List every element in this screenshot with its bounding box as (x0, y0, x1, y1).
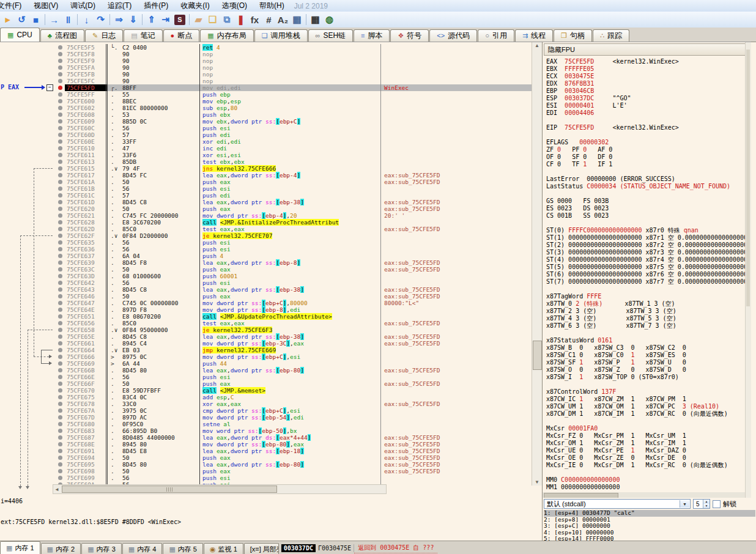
instruction-dot-icon[interactable] (58, 462, 62, 467)
collapse-function-toggle[interactable]: − (46, 84, 53, 91)
instruction-dot-icon[interactable] (58, 173, 62, 177)
instruction-dot-icon[interactable] (58, 99, 62, 103)
address-cell[interactable]: 75CFE669 (65, 360, 108, 367)
register-line[interactable]: x87CW_DM 1 x87CW_IM 1 x87CW_RC 0 (向最近偶数) (546, 410, 750, 418)
instruction-cell[interactable]: je kernel32.75CFE707 (199, 232, 380, 239)
bottom-tab-内存 2[interactable]: ▦内存 2 (41, 543, 81, 554)
instruction-dot-icon[interactable] (58, 153, 62, 157)
address-cell[interactable]: 75CFE65E (65, 333, 108, 340)
address-cell[interactable]: 75CFE63C (65, 266, 108, 273)
register-line[interactable]: LastError 00000000 (ERROR_SUCCESS) (546, 175, 750, 183)
instruction-cell[interactable]: push eax (199, 293, 380, 300)
disasm-row[interactable]: 75CFE635.56push esi (55, 239, 532, 246)
tab-线程[interactable]: ⇉线程 (515, 29, 553, 42)
address-cell[interactable]: 75CFE61D (65, 199, 108, 205)
instruction-cell[interactable]: test eax,eax (199, 226, 380, 232)
register-line[interactable]: EDX 876F8B31 (546, 80, 750, 87)
register-line[interactable]: EAX 75CFE5FD <kernel32.WinExec> (546, 58, 750, 65)
address-cell[interactable]: 75CFE60C (65, 125, 108, 131)
address-cell[interactable]: 75CFE5FC (65, 78, 108, 84)
disasm-row[interactable]: 75CFE615.∨79 4Fjns kernel32.75CFE666 (55, 165, 532, 172)
tab-断点[interactable]: ●断点 (163, 29, 200, 42)
instruction-cell[interactable]: push 44 (199, 360, 380, 367)
disasm-row[interactable]: 75CFE5FB90nop (55, 71, 532, 78)
tab-内存布局[interactable]: ▦内存布局 (200, 29, 253, 42)
register-line[interactable] (546, 286, 750, 293)
disasm-row[interactable]: 75CFE62D.85C0test eax,eaxeax:sub_75CFE5F… (55, 226, 532, 232)
register-line[interactable]: ES 0023 DS 0023 (546, 205, 750, 212)
disasm-row[interactable]: 75CFE628.E8 3C670200call <JMP.&Initializ… (55, 219, 532, 226)
disasm-row[interactable]: 75CFE66E.56push esi (55, 374, 532, 380)
disasm-row[interactable]: 75CFE613.85DBtest ebx,ebx (55, 158, 532, 165)
address-cell[interactable]: 75CFE642 (65, 279, 108, 286)
instruction-cell[interactable]: jmp kernel32.75CFE669 (199, 347, 380, 353)
disasm-row[interactable]: 75CFE68E.8945 80mov dword ptr ss:[ebp-80… (55, 441, 532, 448)
address-cell[interactable]: 75CFE602 (65, 105, 108, 111)
address-cell[interactable]: 75CFE67D (65, 414, 108, 421)
register-line[interactable]: MxCsr_IE 0 MxCsr_DM 1 MxCsr_RC 0 (向最近偶数) (546, 462, 750, 469)
comments-icon[interactable]: ❏ (206, 13, 220, 26)
disasm-row[interactable]: 75CFE61C.57push edi (55, 192, 532, 199)
disasm-row[interactable]: 75CFE661.8945 C4mov dword ptr ss:[ebp-3C… (55, 340, 532, 347)
address-cell[interactable]: 75CFE5FA (65, 64, 108, 71)
bottom-tab-[x=] 局部变量[interactable]: [x=] 局部变量 (244, 543, 279, 554)
instruction-dot-icon[interactable] (58, 92, 62, 97)
disasm-row[interactable]: 75CFE67A.3975 0Ccmp dword ptr ss:[ebp+C]… (55, 407, 532, 414)
disasm-row[interactable]: 75CFE656.85C0test eax,eaxeax:sub_75CFE5F… (55, 320, 532, 327)
breakpoint-icon[interactable] (58, 86, 62, 90)
instruction-cell[interactable]: add esp,C (199, 394, 380, 401)
instruction-dot-icon[interactable] (58, 133, 62, 137)
register-line[interactable]: ST(7) 00000000000000000000 x87r7 空 0.000… (546, 278, 750, 286)
disassembly-vertical-scrollbar[interactable]: ▲ ▼ (532, 42, 542, 486)
tab-跟踪[interactable]: ∴跟踪 (593, 29, 629, 42)
scrollbar-thumb[interactable] (533, 341, 542, 370)
argument-row[interactable]: 1: [esp+4] 0030477D "calc" (544, 510, 755, 517)
instruction-dot-icon[interactable] (58, 65, 62, 70)
disasm-row[interactable]: 75CFE698.50push eaxeax:sub_75CFE5FD (55, 468, 532, 475)
disasm-row[interactable]: 75CFE683.66:895D B0mov word ptr ss:[ebp-… (55, 427, 532, 434)
address-cell[interactable]: 75CFE621 (65, 212, 108, 219)
address-cell[interactable]: 75CFE5FD (65, 84, 108, 91)
disasm-row[interactable]: 75CFE5FD┌.8BFFmov edi,ediWinExec (55, 84, 532, 91)
register-line[interactable]: ST(0) FFFFC000000000000000 x87r0 特殊 qnan (546, 227, 750, 234)
disasm-row[interactable]: 75CFE66F.50push eaxeax:sub_75CFE5FD (55, 380, 532, 387)
disasm-row[interactable]: 75CFE669>6A 44push 44 (55, 360, 532, 367)
address-cell[interactable]: 75CFE66F (65, 380, 108, 387)
instruction-cell[interactable]: lea eax,dword ptr ss:[ebp-80] (199, 461, 380, 468)
register-line[interactable]: x87SW_O 0 x87SW_Z 0 x87SW_D 0 (546, 366, 750, 374)
instruction-dot-icon[interactable] (58, 146, 62, 150)
instruction-dot-icon[interactable] (58, 375, 62, 379)
instruction-cell[interactable]: push esi (199, 239, 380, 246)
register-line[interactable]: MM1 0000000000000000 (546, 484, 750, 491)
address-cell[interactable]: 75CFE664 (65, 347, 108, 353)
disasm-row[interactable]: 75CFE62F.∨0F84 D2000000je kernel32.75CFE… (55, 232, 532, 239)
address-cell[interactable]: 75CFE651 (65, 313, 108, 320)
open-file-icon[interactable]: ▸ (1, 13, 15, 26)
instruction-cell[interactable]: lea eax,dword ptr ss:[ebp-38] (199, 286, 380, 293)
address-cell[interactable]: 75CFE694 (65, 454, 108, 461)
tab-流程图[interactable]: ♣流程图 (40, 29, 84, 42)
instruction-dot-icon[interactable] (58, 341, 62, 345)
instruction-cell[interactable]: lea eax,dword ptr ss:[ebp-38] (199, 333, 380, 340)
instruction-dot-icon[interactable] (58, 469, 62, 473)
address-cell[interactable]: 75CFE61B (65, 185, 108, 192)
instruction-dot-icon[interactable] (58, 294, 62, 298)
instruction-dot-icon[interactable] (58, 45, 62, 50)
bottom-tab-内存 5[interactable]: ▦内存 5 (163, 543, 203, 554)
register-line[interactable] (546, 418, 750, 425)
stack-return-value[interactable]: Γ0030475E (316, 544, 354, 552)
instruction-cell[interactable]: push esi (199, 246, 380, 253)
register-line[interactable]: x87TW_4 3 (空) x87TW_5 3 (空) (546, 315, 750, 322)
instruction-cell[interactable]: push eax (199, 179, 380, 185)
address-cell[interactable]: 75CFE5F5 (65, 44, 108, 51)
address-cell[interactable]: 75CFE600 (65, 98, 108, 105)
disasm-row[interactable]: 75CFE691.8D45 E8lea eax,dword ptr ss:[eb… (55, 448, 532, 454)
scroll-down-icon[interactable]: ▼ (535, 479, 539, 485)
address-cell[interactable]: 75CFE611 (65, 152, 108, 158)
instruction-cell[interactable]: push esi (199, 374, 380, 380)
instruction-cell[interactable]: push eax (199, 468, 380, 475)
instruction-dot-icon[interactable] (58, 395, 62, 399)
menu-item[interactable]: 文件(F) (0, 0, 28, 12)
address-cell[interactable]: 75CFE670 (65, 387, 108, 394)
registers-vertical-scrollbar[interactable] (745, 42, 751, 498)
